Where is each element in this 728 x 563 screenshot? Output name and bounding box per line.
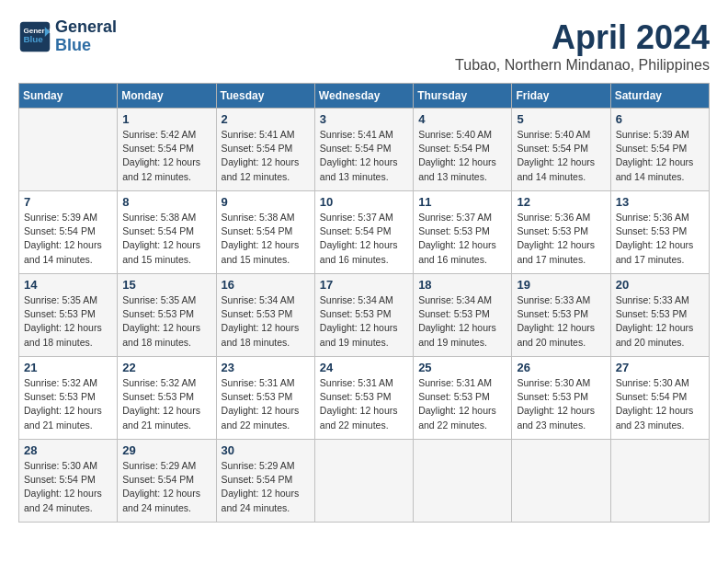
calendar-week-row: 21Sunrise: 5:32 AM Sunset: 5:53 PM Dayli… [19, 357, 710, 440]
calendar-cell: 3Sunrise: 5:41 AM Sunset: 5:54 PM Daylig… [314, 109, 413, 191]
col-sunday: Sunday [19, 84, 118, 109]
day-info: Sunrise: 5:29 AM Sunset: 5:54 PM Dayligh… [122, 459, 210, 515]
calendar-week-row: 7Sunrise: 5:39 AM Sunset: 5:54 PM Daylig… [19, 191, 710, 274]
day-info: Sunrise: 5:30 AM Sunset: 5:54 PM Dayligh… [616, 376, 704, 432]
calendar-cell: 6Sunrise: 5:39 AM Sunset: 5:54 PM Daylig… [610, 109, 709, 191]
day-info: Sunrise: 5:41 AM Sunset: 5:54 PM Dayligh… [320, 128, 408, 184]
day-number: 20 [616, 278, 704, 292]
day-number: 24 [320, 361, 408, 374]
day-info: Sunrise: 5:42 AM Sunset: 5:54 PM Dayligh… [122, 128, 210, 184]
day-info: Sunrise: 5:37 AM Sunset: 5:53 PM Dayligh… [418, 211, 506, 267]
logo-text-line1: General [55, 18, 117, 37]
calendar-cell [414, 440, 512, 523]
calendar-cell: 18Sunrise: 5:34 AM Sunset: 5:53 PM Dayli… [414, 274, 512, 357]
day-info: Sunrise: 5:41 AM Sunset: 5:54 PM Dayligh… [222, 128, 310, 184]
calendar-cell: 7Sunrise: 5:39 AM Sunset: 5:54 PM Daylig… [19, 191, 118, 274]
day-number: 11 [418, 195, 506, 209]
calendar-cell: 23Sunrise: 5:31 AM Sunset: 5:53 PM Dayli… [216, 357, 314, 440]
day-number: 16 [222, 278, 310, 292]
day-number: 10 [320, 195, 408, 209]
day-info: Sunrise: 5:29 AM Sunset: 5:54 PM Dayligh… [222, 459, 310, 515]
calendar-cell [610, 440, 709, 523]
calendar-cell [512, 440, 610, 523]
calendar-week-row: 14Sunrise: 5:35 AM Sunset: 5:53 PM Dayli… [19, 274, 710, 357]
calendar-cell: 22Sunrise: 5:32 AM Sunset: 5:53 PM Dayli… [118, 357, 216, 440]
col-tuesday: Tuesday [216, 84, 314, 109]
calendar-cell: 20Sunrise: 5:33 AM Sunset: 5:53 PM Dayli… [610, 274, 709, 357]
calendar-cell: 26Sunrise: 5:30 AM Sunset: 5:53 PM Dayli… [512, 357, 610, 440]
day-info: Sunrise: 5:38 AM Sunset: 5:54 PM Dayligh… [222, 211, 310, 267]
month-title: April 2024 [455, 18, 710, 57]
day-info: Sunrise: 5:38 AM Sunset: 5:54 PM Dayligh… [122, 211, 210, 267]
calendar-cell [19, 109, 118, 191]
calendar-cell: 28Sunrise: 5:30 AM Sunset: 5:54 PM Dayli… [19, 440, 118, 523]
day-info: Sunrise: 5:33 AM Sunset: 5:53 PM Dayligh… [616, 293, 704, 350]
calendar-cell: 29Sunrise: 5:29 AM Sunset: 5:54 PM Dayli… [118, 440, 216, 523]
calendar-cell: 12Sunrise: 5:36 AM Sunset: 5:53 PM Dayli… [512, 191, 610, 274]
calendar-table: Sunday Monday Tuesday Wednesday Thursday… [18, 83, 710, 523]
day-number: 2 [222, 112, 310, 126]
calendar-cell: 4Sunrise: 5:40 AM Sunset: 5:54 PM Daylig… [414, 109, 512, 191]
day-number: 8 [122, 195, 210, 209]
day-number: 4 [418, 112, 506, 126]
logo: General Blue General Blue [18, 18, 117, 55]
day-info: Sunrise: 5:33 AM Sunset: 5:53 PM Dayligh… [517, 293, 605, 350]
day-number: 18 [418, 278, 506, 292]
day-info: Sunrise: 5:36 AM Sunset: 5:53 PM Dayligh… [616, 211, 704, 267]
calendar-cell: 16Sunrise: 5:34 AM Sunset: 5:53 PM Dayli… [216, 274, 314, 357]
calendar-week-row: 28Sunrise: 5:30 AM Sunset: 5:54 PM Dayli… [19, 440, 710, 523]
col-friday: Friday [512, 84, 610, 109]
day-info: Sunrise: 5:32 AM Sunset: 5:53 PM Dayligh… [24, 376, 112, 432]
day-number: 26 [517, 361, 605, 374]
calendar-cell [314, 440, 413, 523]
day-number: 29 [122, 443, 210, 457]
day-number: 22 [122, 361, 210, 374]
day-number: 9 [222, 195, 310, 209]
col-wednesday: Wednesday [314, 84, 413, 109]
day-number: 23 [222, 361, 310, 374]
day-number: 6 [616, 112, 704, 126]
calendar-cell: 14Sunrise: 5:35 AM Sunset: 5:53 PM Dayli… [19, 274, 118, 357]
calendar-cell: 10Sunrise: 5:37 AM Sunset: 5:54 PM Dayli… [314, 191, 413, 274]
day-number: 15 [122, 278, 210, 292]
day-info: Sunrise: 5:31 AM Sunset: 5:53 PM Dayligh… [418, 376, 506, 432]
calendar-cell: 2Sunrise: 5:41 AM Sunset: 5:54 PM Daylig… [216, 109, 314, 191]
calendar-cell: 9Sunrise: 5:38 AM Sunset: 5:54 PM Daylig… [216, 191, 314, 274]
calendar-header-row: Sunday Monday Tuesday Wednesday Thursday… [19, 84, 710, 109]
day-info: Sunrise: 5:34 AM Sunset: 5:53 PM Dayligh… [222, 293, 310, 350]
calendar-cell: 5Sunrise: 5:40 AM Sunset: 5:54 PM Daylig… [512, 109, 610, 191]
day-info: Sunrise: 5:40 AM Sunset: 5:54 PM Dayligh… [418, 128, 506, 184]
day-number: 27 [616, 361, 704, 374]
day-info: Sunrise: 5:35 AM Sunset: 5:53 PM Dayligh… [24, 293, 112, 350]
day-number: 14 [24, 278, 112, 292]
day-info: Sunrise: 5:39 AM Sunset: 5:54 PM Dayligh… [616, 128, 704, 184]
calendar-cell: 24Sunrise: 5:31 AM Sunset: 5:53 PM Dayli… [314, 357, 413, 440]
day-info: Sunrise: 5:40 AM Sunset: 5:54 PM Dayligh… [517, 128, 605, 184]
title-section: April 2024 Tubao, Northern Mindanao, Phi… [455, 18, 710, 74]
day-number: 3 [320, 112, 408, 126]
day-number: 30 [222, 443, 310, 457]
logo-text-line2: Blue [55, 37, 117, 55]
day-number: 21 [24, 361, 112, 374]
day-number: 25 [418, 361, 506, 374]
day-info: Sunrise: 5:32 AM Sunset: 5:53 PM Dayligh… [122, 376, 210, 432]
calendar-cell: 1Sunrise: 5:42 AM Sunset: 5:54 PM Daylig… [118, 109, 216, 191]
calendar-cell: 13Sunrise: 5:36 AM Sunset: 5:53 PM Dayli… [610, 191, 709, 274]
day-info: Sunrise: 5:34 AM Sunset: 5:53 PM Dayligh… [320, 293, 408, 350]
day-number: 13 [616, 195, 704, 209]
calendar-cell: 19Sunrise: 5:33 AM Sunset: 5:53 PM Dayli… [512, 274, 610, 357]
col-saturday: Saturday [610, 84, 709, 109]
calendar-cell: 11Sunrise: 5:37 AM Sunset: 5:53 PM Dayli… [414, 191, 512, 274]
day-info: Sunrise: 5:34 AM Sunset: 5:53 PM Dayligh… [418, 293, 506, 350]
calendar-cell: 21Sunrise: 5:32 AM Sunset: 5:53 PM Dayli… [19, 357, 118, 440]
calendar-cell: 15Sunrise: 5:35 AM Sunset: 5:53 PM Dayli… [118, 274, 216, 357]
day-info: Sunrise: 5:36 AM Sunset: 5:53 PM Dayligh… [517, 211, 605, 267]
calendar-cell: 27Sunrise: 5:30 AM Sunset: 5:54 PM Dayli… [610, 357, 709, 440]
day-info: Sunrise: 5:30 AM Sunset: 5:53 PM Dayligh… [517, 376, 605, 432]
calendar-week-row: 1Sunrise: 5:42 AM Sunset: 5:54 PM Daylig… [19, 109, 710, 191]
day-number: 19 [517, 278, 605, 292]
calendar-cell: 8Sunrise: 5:38 AM Sunset: 5:54 PM Daylig… [118, 191, 216, 274]
calendar-cell: 30Sunrise: 5:29 AM Sunset: 5:54 PM Dayli… [216, 440, 314, 523]
day-info: Sunrise: 5:31 AM Sunset: 5:53 PM Dayligh… [222, 376, 310, 432]
day-number: 17 [320, 278, 408, 292]
